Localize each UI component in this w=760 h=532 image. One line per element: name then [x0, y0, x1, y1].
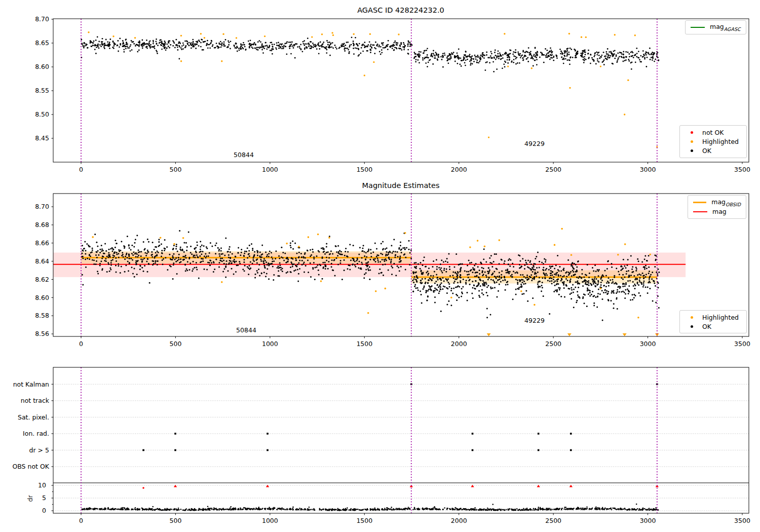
- svg-text:8.65: 8.65: [35, 39, 49, 47]
- legend-row-ok: OK: [685, 146, 741, 156]
- chart-canvas: 05001000150020002500300035008.708.658.60…: [0, 0, 760, 532]
- svg-text:3500: 3500: [734, 166, 750, 173]
- svg-text:8.60: 8.60: [35, 63, 49, 70]
- highlighted-label-2: Highlighted: [702, 314, 739, 321]
- legend-row-mag: mag: [693, 207, 741, 217]
- svg-text:2500: 2500: [545, 517, 561, 524]
- legend-row-highlighted: Highlighted: [685, 137, 741, 146]
- svg-text:OBS not OK: OBS not OK: [12, 463, 49, 470]
- svg-text:10: 10: [38, 481, 46, 489]
- svg-text:500: 500: [169, 340, 181, 348]
- highlighted-dot-swatch: [691, 140, 693, 143]
- svg-text:8.55: 8.55: [35, 87, 49, 94]
- ok-label: OK: [702, 147, 711, 155]
- mag-line-swatch: [693, 211, 707, 212]
- obsid-label-49229-plot2: 49229: [524, 317, 545, 324]
- obsid-label-50844-plot1: 50844: [234, 151, 254, 159]
- mag-agasc-line-swatch: [691, 27, 705, 28]
- legend-plot1-markers: not OK Highlighted OK: [679, 125, 747, 158]
- plot1-title: AGASC ID 428224232.0: [357, 6, 444, 14]
- svg-text:8.66: 8.66: [35, 239, 49, 247]
- ok-label-2: OK: [702, 323, 711, 330]
- svg-text:1500: 1500: [356, 517, 372, 524]
- legend-mag-agasc: magAGASC: [685, 20, 746, 34]
- legend-row-mag-obsid: magOBSID: [693, 198, 741, 207]
- mag-label: mag: [712, 208, 727, 215]
- legend-row-mag-agasc: magAGASC: [691, 23, 741, 32]
- obsid-label-49229-plot1: 49229: [524, 140, 545, 147]
- svg-text:8.70: 8.70: [35, 203, 49, 210]
- svg-text:8.50: 8.50: [35, 110, 49, 118]
- mag-agasc-label: magAGASC: [710, 23, 741, 32]
- svg-text:3000: 3000: [640, 340, 656, 348]
- svg-text:8.56: 8.56: [35, 330, 49, 337]
- svg-text:not track: not track: [21, 397, 50, 404]
- svg-text:Ion. rad.: Ion. rad.: [23, 430, 49, 437]
- legend-row-not-ok: not OK: [685, 128, 741, 137]
- svg-text:Sat. pixel.: Sat. pixel.: [18, 413, 49, 421]
- ok-dot-swatch: [691, 149, 693, 152]
- svg-text:2000: 2000: [451, 517, 467, 524]
- svg-text:3000: 3000: [640, 517, 656, 524]
- obsid-label-50844-plot2: 50844: [236, 326, 256, 334]
- figure-root: 05001000150020002500300035008.708.658.60…: [0, 0, 760, 532]
- svg-text:2000: 2000: [451, 340, 467, 348]
- svg-text:not Kalman: not Kalman: [13, 381, 49, 388]
- svg-text:1500: 1500: [356, 340, 372, 348]
- highlighted-dot-swatch-2: [691, 316, 693, 319]
- svg-text:1500: 1500: [356, 166, 372, 173]
- svg-text:1000: 1000: [262, 166, 278, 173]
- highlighted-label: Highlighted: [702, 138, 739, 145]
- mag-obsid-line-swatch: [693, 202, 706, 203]
- svg-text:8.45: 8.45: [35, 134, 49, 142]
- svg-text:2000: 2000: [451, 166, 467, 173]
- svg-text:500: 500: [169, 517, 181, 524]
- legend-plot2-markers: Highlighted OK: [679, 310, 747, 333]
- svg-text:8.60: 8.60: [35, 294, 49, 301]
- mag-obsid-label: magOBSID: [711, 198, 741, 207]
- svg-text:8.68: 8.68: [35, 221, 49, 229]
- svg-text:1000: 1000: [262, 517, 278, 524]
- svg-text:0: 0: [79, 166, 83, 173]
- svg-text:5: 5: [42, 494, 46, 502]
- not-ok-dot-swatch: [691, 131, 693, 134]
- svg-text:2500: 2500: [545, 340, 561, 348]
- ok-dot-swatch-2: [691, 325, 693, 328]
- svg-text:3500: 3500: [734, 517, 750, 524]
- legend-plot2-lines: magOBSID mag: [688, 195, 746, 219]
- svg-text:8.58: 8.58: [35, 312, 49, 319]
- svg-text:1000: 1000: [262, 340, 278, 348]
- svg-text:dr: dr: [26, 495, 34, 502]
- svg-text:0: 0: [79, 517, 83, 524]
- svg-text:3500: 3500: [734, 340, 750, 348]
- svg-text:8.62: 8.62: [35, 276, 49, 283]
- svg-text:500: 500: [169, 166, 181, 173]
- legend-row-ok-2: OK: [685, 322, 741, 331]
- svg-text:0: 0: [42, 507, 46, 514]
- not-ok-label: not OK: [702, 129, 724, 136]
- svg-text:8.64: 8.64: [35, 257, 49, 265]
- plot2-title: Magnitude Estimates: [362, 181, 439, 189]
- svg-text:8.70: 8.70: [35, 15, 49, 23]
- svg-text:3000: 3000: [640, 166, 656, 173]
- legend-row-highlighted-2: Highlighted: [685, 313, 741, 322]
- svg-text:2500: 2500: [545, 166, 561, 173]
- svg-text:0: 0: [79, 340, 83, 348]
- svg-text:dr > 5: dr > 5: [29, 446, 49, 454]
